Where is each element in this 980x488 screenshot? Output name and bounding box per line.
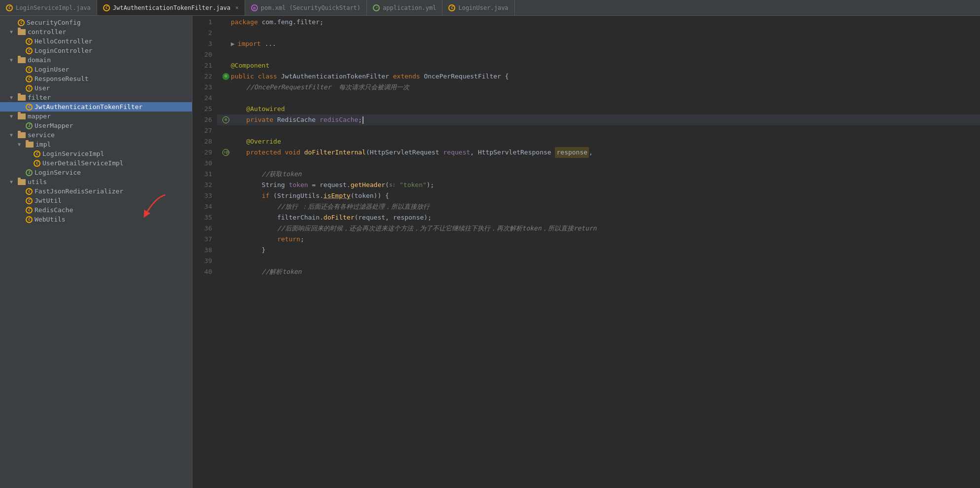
ln-22: 22 bbox=[192, 71, 212, 82]
folder-icon-utils bbox=[18, 179, 26, 185]
tab-label-yml: application.yml bbox=[383, 4, 436, 11]
ln-2: 2 bbox=[192, 28, 212, 38]
code-area: 1 2 3 20 21 22 23 24 25 26 27 28 29 30 3… bbox=[192, 16, 980, 488]
comment-23: //OncePerRequestFilter 每次请求只会被调用一次 bbox=[231, 82, 409, 92]
sidebar-item-impl-folder[interactable]: ▼ impl bbox=[0, 140, 192, 149]
class-icon-jwt-util: C bbox=[26, 197, 33, 204]
sidebar-item-mapper-folder[interactable]: ▼ mapper bbox=[0, 112, 192, 121]
sidebar-item-login-service[interactable]: I LoginService bbox=[0, 168, 192, 177]
code-line-32: String token = request.getHeader(s: "tok… bbox=[217, 180, 980, 190]
fn-do-filter-29: doFilterInternal bbox=[304, 148, 366, 157]
sidebar-label-response-result: ResponseResult bbox=[35, 75, 89, 82]
sidebar-label-mapper: mapper bbox=[28, 113, 51, 120]
code-editor[interactable]: 1 2 3 20 21 22 23 24 25 26 27 28 29 30 3… bbox=[192, 16, 980, 488]
line-numbers: 1 2 3 20 21 22 23 24 25 26 27 28 29 30 3… bbox=[192, 16, 217, 488]
sidebar-item-login-service-impl[interactable]: C LoginServiceImpl bbox=[0, 149, 192, 158]
sidebar-item-login-controller[interactable]: C LoginController bbox=[0, 46, 192, 55]
tab-close-jwt-filter[interactable]: ✕ bbox=[235, 4, 239, 11]
class-icon-login-service-impl: C bbox=[34, 150, 40, 157]
sidebar-item-utils-folder[interactable]: ▼ utils bbox=[0, 177, 192, 187]
sidebar-label-impl: impl bbox=[36, 141, 51, 148]
tab-icon-login-service: C bbox=[6, 4, 13, 11]
code-line-30 bbox=[217, 158, 980, 169]
str-token-32: "token" bbox=[399, 180, 427, 190]
ln-38: 38 bbox=[192, 245, 212, 256]
folder-icon-mapper bbox=[18, 113, 26, 119]
code-line-34: //放行 ：后面还会有各种过滤器处理，所以直接放行 bbox=[217, 201, 980, 212]
kw-public-22: public bbox=[231, 72, 254, 81]
sidebar-label-login-service: LoginService bbox=[35, 169, 81, 176]
type-redis-cache-26: RedisCache bbox=[277, 115, 316, 125]
fn-get-header-32: getHeader bbox=[351, 180, 385, 190]
tab-bar: C LoginServiceImpl.java C JwtAuthenticat… bbox=[0, 0, 980, 16]
args-35: (request, response); bbox=[354, 213, 432, 223]
ln-20: 20 bbox=[192, 49, 212, 60]
code-line-31: //获取token bbox=[217, 169, 980, 180]
kw-package: package bbox=[231, 17, 258, 27]
annotation-component: @Component bbox=[231, 61, 269, 71]
main-layout: C SecurityConfig ▼ controller C HelloCon… bbox=[0, 16, 980, 488]
class-icon-login-user: C bbox=[26, 66, 33, 73]
paren-if-33: (StringUtils. bbox=[269, 191, 324, 201]
sidebar-item-domain-folder[interactable]: ▼ domain bbox=[0, 55, 192, 65]
sidebar-item-jwt-filter[interactable]: C JwtAuthenticationTokenFilter bbox=[0, 102, 192, 112]
sidebar-item-redis-cache[interactable]: C RedisCache bbox=[0, 205, 192, 215]
sidebar-item-filter-folder[interactable]: ▼ filter bbox=[0, 93, 192, 102]
code-line-37: return; bbox=[217, 234, 980, 245]
tab-label-pom: pom.xml (SecurityQuickStart) bbox=[261, 4, 361, 11]
class-icon-jwt-filter: C bbox=[26, 104, 33, 111]
ln-39: 39 bbox=[192, 256, 212, 266]
token-33: (token)) { bbox=[351, 191, 389, 201]
tab-login-user[interactable]: C LoginUser.java bbox=[442, 0, 514, 15]
space-32 bbox=[396, 180, 399, 190]
tab-login-service-impl[interactable]: C LoginServiceImpl.java bbox=[0, 0, 97, 15]
tab-application-yml[interactable]: ⚡ application.yml bbox=[367, 0, 442, 15]
if-33 bbox=[231, 191, 262, 201]
class-icon-fast-json-redis: C bbox=[26, 188, 33, 195]
chevron-domain: ▼ bbox=[10, 57, 16, 63]
sidebar-label-login-controller: LoginController bbox=[35, 47, 92, 54]
close-32: ); bbox=[427, 180, 435, 190]
comment-40: //解析token bbox=[231, 267, 301, 277]
chevron-service: ▼ bbox=[10, 132, 16, 138]
tab-jwt-filter[interactable]: C JwtAuthenticationTokenFilter.java ✕ bbox=[97, 0, 245, 15]
class-icon-web-utils: C bbox=[26, 216, 33, 223]
sidebar-item-login-user[interactable]: C LoginUser bbox=[0, 65, 192, 74]
gutter-29: ↑@ bbox=[221, 149, 231, 156]
ln-27: 27 bbox=[192, 125, 212, 136]
ln-23: 23 bbox=[192, 82, 212, 93]
sidebar-item-hello-controller[interactable]: C HelloController bbox=[0, 37, 192, 46]
chevron-impl: ▼ bbox=[18, 142, 24, 147]
class-icon-user-detail-service-impl: C bbox=[34, 160, 40, 167]
sidebar-item-user[interactable]: C User bbox=[0, 83, 192, 93]
sidebar-item-service-folder[interactable]: ▼ service bbox=[0, 130, 192, 140]
ln-26: 26 bbox=[192, 114, 212, 125]
sidebar-item-user-detail-service-impl[interactable]: C UserDetailServiceImpl bbox=[0, 158, 192, 168]
sidebar-item-web-utils[interactable]: C WebUtils bbox=[0, 215, 192, 224]
code-line-33: if (StringUtils.isEmpty(token)) { bbox=[217, 190, 980, 201]
sidebar-label-utils: utils bbox=[28, 178, 47, 186]
code-line-24 bbox=[217, 93, 980, 104]
sidebar-item-security-config[interactable]: C SecurityConfig bbox=[0, 18, 192, 27]
kw-import: import bbox=[238, 39, 261, 49]
sidebar-item-jwt-util[interactable]: C JwtUtil bbox=[0, 196, 192, 205]
kw-extends-22: extends bbox=[393, 72, 420, 81]
annotation-autowired-25: @Autowired bbox=[231, 104, 285, 114]
code-line-22: ⊙ public class JwtAuthenticationTokenFil… bbox=[217, 71, 980, 82]
sidebar-item-response-result[interactable]: C ResponseResult bbox=[0, 74, 192, 83]
kw-private-26: private bbox=[231, 115, 273, 125]
tab-pom-xml[interactable]: m pom.xml (SecurityQuickStart) bbox=[245, 0, 367, 15]
var-redis-cache-26: redisCache bbox=[320, 115, 358, 125]
fn-do-filter-35: doFilter bbox=[324, 213, 355, 223]
var-token-32: token bbox=[289, 180, 308, 190]
sidebar-item-fast-json-redis[interactable]: C FastJsonRedisSerializer bbox=[0, 187, 192, 196]
ln-35: 35 bbox=[192, 212, 212, 223]
kw-class-22: class bbox=[258, 72, 277, 81]
class-icon-response-result: C bbox=[26, 75, 33, 82]
code-content: package com.feng.filter; ▶ import ... bbox=[217, 16, 980, 488]
sidebar-label-login-user: LoginUser bbox=[35, 66, 69, 73]
sidebar-item-controller-folder[interactable]: ▼ controller bbox=[0, 27, 192, 37]
chevron-filter: ▼ bbox=[10, 95, 16, 100]
sidebar-item-user-mapper[interactable]: I UserMapper bbox=[0, 121, 192, 130]
tab-icon-login-user: C bbox=[448, 4, 455, 11]
